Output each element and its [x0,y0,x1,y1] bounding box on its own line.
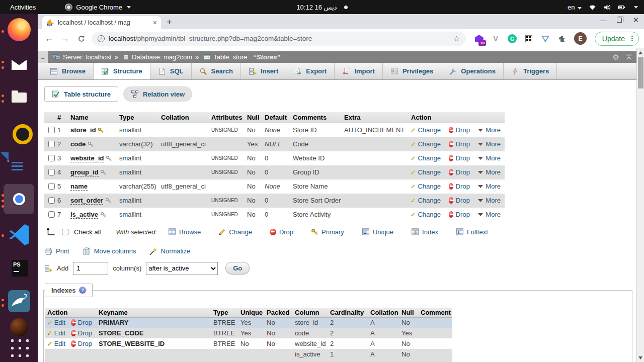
change-link[interactable]: Change [418,140,441,148]
tab-structure[interactable]: Structure [94,63,150,79]
minimize-icon[interactable]: — [599,16,606,24]
row-checkbox[interactable] [48,211,55,218]
scrollbar-thumb[interactable] [638,57,643,88]
app-menu[interactable]: Google Chrome [65,4,131,11]
more-link[interactable]: More [486,168,501,176]
new-tab-button[interactable]: + [167,17,172,28]
collapse-icon[interactable] [625,54,632,61]
edit-link[interactable]: Edit [54,319,65,326]
input-language[interactable]: en [568,4,582,11]
site-info-icon[interactable]: i [98,35,105,42]
row-checkbox[interactable] [48,183,55,190]
page-settings-gear-icon[interactable]: ⚙ [613,53,619,62]
row-checkbox[interactable] [48,127,55,133]
drop-link[interactable]: Drop [456,183,470,190]
close-icon[interactable]: ✕ [632,16,639,25]
selected-fulltext-link[interactable]: TFulltext [456,228,488,236]
tab-import[interactable]: Import [335,63,382,79]
row-checkbox[interactable] [48,197,55,204]
tab-close-icon[interactable]: × [153,19,157,26]
row-checkbox[interactable] [48,169,55,175]
dock-item-phpstorm[interactable] [0,255,38,283]
drop-link[interactable]: Drop [78,340,92,347]
drop-link[interactable]: Drop [456,126,470,134]
tab-browse[interactable]: Browse [42,63,94,79]
reload-button[interactable] [77,35,86,43]
change-link[interactable]: Change [418,154,441,162]
row-checkbox[interactable] [48,155,55,161]
dock-item-sphere[interactable] [0,317,38,337]
drop-link[interactable]: Drop [456,197,470,204]
normalize-link[interactable]: Normalize [149,247,191,255]
activities-button[interactable]: Activities [7,4,39,11]
tab-export[interactable]: Export [286,63,335,79]
system-tray[interactable]: en [568,4,638,11]
forward-button[interactable]: → [59,33,72,44]
check-all-label[interactable]: Check all [74,228,101,236]
dock-item-libreoffice-writer[interactable] [0,152,38,180]
move-columns-link[interactable]: Move columns [83,247,136,255]
edit-link[interactable]: Edit [54,340,65,347]
dock-item-thunderbird[interactable] [0,51,38,79]
dock-item-chrome[interactable] [0,187,38,215]
row-checkbox[interactable] [48,141,55,147]
extensions-menu[interactable] [557,34,567,44]
change-link[interactable]: Change [418,126,441,134]
triangle-extension[interactable] [540,34,550,44]
dock-item-files[interactable] [0,84,38,113]
drop-link[interactable]: Drop [78,329,92,337]
profile-avatar[interactable]: E [574,32,587,45]
edit-link[interactable]: Edit [54,329,65,337]
tab-sql[interactable]: SQL [150,63,192,79]
more-link[interactable]: More [486,211,501,218]
selected-index-link[interactable]: Index [411,228,438,236]
update-button[interactable]: Update ⋮ [595,32,639,46]
change-link[interactable]: Change [418,197,441,204]
dock-item-rhythmbox[interactable] [0,118,38,146]
grammarly-extension[interactable]: G [507,34,517,44]
dock-item-firefox[interactable] [0,17,38,45]
tab-search[interactable]: Search [192,63,241,79]
breadcrumb-table[interactable]: Table: store [203,53,247,61]
more-link[interactable]: More [486,154,501,162]
help-icon[interactable]: ? [79,287,86,294]
vue-devtools-extension[interactable]: V [491,34,501,44]
clock[interactable]: 10:12 16 ديس [296,4,337,11]
selected-unique-link[interactable]: UUnique [362,228,393,236]
qr-extension[interactable] [524,34,534,44]
url-bar[interactable]: i localhost/phpmyadmin/tbl_structure.php… [92,32,466,46]
drop-link[interactable]: Drop [78,319,92,326]
check-all-checkbox[interactable] [62,229,68,235]
back-button[interactable]: ← [43,33,56,44]
relation-view-button[interactable]: Relation view [123,86,192,102]
selected-drop-link[interactable]: Drop [270,228,293,236]
selected-change-link[interactable]: Change [218,228,252,236]
drop-link[interactable]: Drop [456,211,470,218]
go-button[interactable]: Go [225,262,250,275]
dock-item-app-grid[interactable] [0,335,38,360]
scroll-up-icon[interactable] [638,51,642,54]
tab-insert[interactable]: Insert [241,63,286,79]
pma-expand-nav-button[interactable]: → [38,51,48,63]
drop-link[interactable]: Drop [456,154,470,162]
add-count-input[interactable] [73,262,108,275]
drop-link[interactable]: Drop [456,168,470,176]
change-link[interactable]: Change [418,183,441,190]
more-link[interactable]: More [486,183,501,190]
more-link[interactable]: More [486,140,501,148]
browser-tab[interactable]: localhost / localhost / mag × [42,16,161,29]
selected-browse-link[interactable]: Browse [168,228,201,236]
breadcrumb-server[interactable]: Server: localhost [53,53,112,61]
scroll-down-icon[interactable] [638,356,642,359]
change-link[interactable]: Change [418,168,441,176]
restore-icon[interactable] [617,18,622,23]
tab-privileges[interactable]: Privileges [383,63,441,79]
add-position-select[interactable]: after is_active [146,262,218,275]
more-link[interactable]: More [486,197,501,204]
dock-item-mysql-workbench[interactable] [0,289,38,317]
bookmark-star-icon[interactable]: ☆ [453,34,460,43]
print-link[interactable]: Print [44,247,69,255]
more-link[interactable]: More [486,126,501,134]
breadcrumb-database[interactable]: Database: mag2com [123,53,192,61]
change-link[interactable]: Change [418,211,441,218]
